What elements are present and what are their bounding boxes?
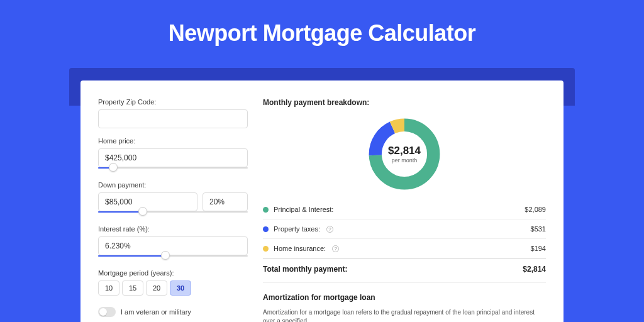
info-icon[interactable]: ? [332,245,339,252]
page-title: Newport Mortgage Calculator [0,0,644,47]
interest-rate-slider[interactable] [98,254,248,260]
interest-rate-label: Interest rate (%): [98,225,248,233]
interest-rate-field: Interest rate (%): [98,225,248,260]
veteran-toggle[interactable] [98,307,116,317]
home-price-label: Home price: [98,137,248,145]
breakdown-column: Monthly payment breakdown: $2,814 per mo… [263,98,546,322]
legend: Principal & Interest:$2,089Property taxe… [263,200,546,258]
veteran-label: I am veteran or military [121,308,191,316]
period-button-30[interactable]: 30 [170,280,191,296]
down-payment-field: Down payment: [98,181,248,216]
amortization-title: Amortization for mortgage loan [263,293,546,302]
home-price-slider[interactable] [98,166,248,172]
legend-label: Property taxes: [274,225,320,233]
calculator-panel: Property Zip Code: Home price: Down paym… [80,80,564,322]
amortization-block: Amortization for mortgage loan Amortizat… [263,282,546,322]
legend-row: Property taxes:?$531 [263,219,546,239]
period-options: 10152030 [98,280,248,296]
legend-value: $194 [531,245,546,252]
total-value: $2,814 [523,265,546,274]
legend-row: Home insurance:?$194 [263,239,546,258]
period-button-10[interactable]: 10 [98,280,119,296]
zip-label: Property Zip Code: [98,98,248,106]
legend-dot [263,207,269,213]
zip-input[interactable] [98,109,248,128]
legend-value: $2,089 [525,206,546,213]
legend-label: Home insurance: [274,245,326,252]
down-payment-percent-input[interactable] [203,192,248,211]
legend-label: Principal & Interest: [274,206,333,213]
donut-center-sub: per month [392,157,418,164]
home-price-field: Home price: [98,137,248,172]
breakdown-title: Monthly payment breakdown: [263,98,546,107]
total-row: Total monthly payment: $2,814 [263,258,546,282]
donut-center-value: $2,814 [388,145,421,157]
down-payment-slider[interactable] [98,210,248,216]
legend-row: Principal & Interest:$2,089 [263,200,546,219]
period-label: Mortgage period (years): [98,269,248,277]
legend-dot [263,246,269,252]
info-icon[interactable]: ? [326,226,333,233]
down-payment-label: Down payment: [98,181,248,189]
interest-rate-input[interactable] [98,236,248,255]
period-button-15[interactable]: 15 [122,280,143,296]
down-payment-amount-input[interactable] [98,192,197,211]
zip-field: Property Zip Code: [98,98,248,128]
period-button-20[interactable]: 20 [146,280,167,296]
legend-dot [263,226,269,232]
amortization-text: Amortization for a mortgage loan refers … [263,308,546,322]
total-label: Total monthly payment: [263,265,347,274]
veteran-row: I am veteran or military [98,307,248,317]
donut-chart-wrap: $2,814 per month [263,112,546,200]
donut-chart: $2,814 per month [366,116,443,192]
legend-value: $531 [531,225,546,233]
home-price-input[interactable] [98,148,248,167]
form-column: Property Zip Code: Home price: Down paym… [98,98,248,322]
period-field: Mortgage period (years): 10152030 [98,269,248,296]
